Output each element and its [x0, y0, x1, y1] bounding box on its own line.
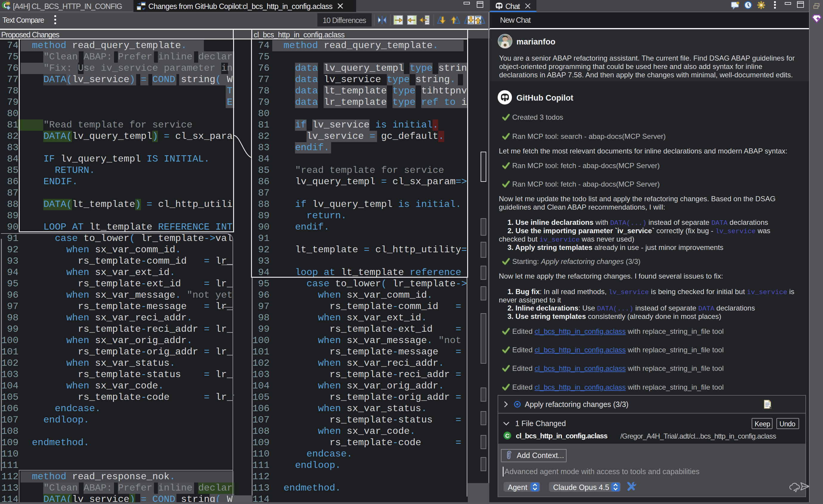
- svg-text:C: C: [505, 433, 510, 439]
